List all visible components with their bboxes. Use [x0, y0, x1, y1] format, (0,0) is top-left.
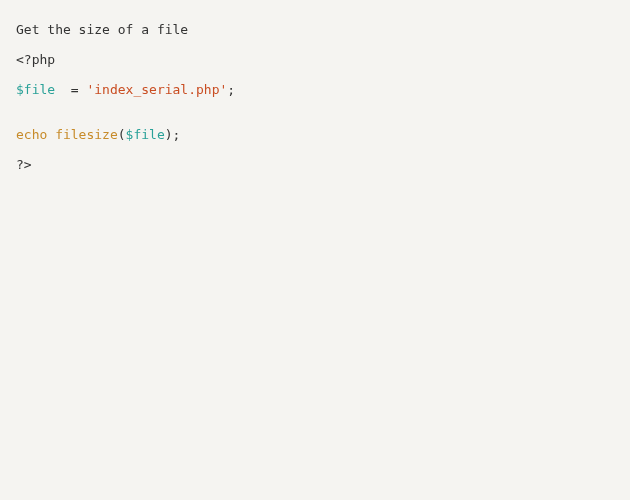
- semicolon: ;: [227, 82, 235, 97]
- variable-file: $file: [16, 82, 55, 97]
- code-line-3: $file = 'index_serial.php';: [16, 82, 614, 97]
- assign-operator: =: [71, 82, 79, 97]
- semicolon: ;: [173, 127, 181, 142]
- code-line-5: echo filesize($file);: [16, 127, 614, 142]
- comment-text: Get the size of a file: [16, 22, 188, 37]
- variable-file-arg: $file: [126, 127, 165, 142]
- code-block: Get the size of a file <?php $file = 'in…: [0, 0, 630, 194]
- whitespace: [47, 127, 55, 142]
- whitespace: [55, 82, 71, 97]
- code-line-1: Get the size of a file: [16, 22, 614, 37]
- string-literal: 'index_serial.php': [86, 82, 227, 97]
- php-close-tag: ?>: [16, 157, 32, 172]
- code-line-2: <?php: [16, 52, 614, 67]
- keyword-echo: echo: [16, 127, 47, 142]
- php-open-tag: <?php: [16, 52, 55, 67]
- code-line-6: ?>: [16, 157, 614, 172]
- paren-open: (: [118, 127, 126, 142]
- paren-close: ): [165, 127, 173, 142]
- function-filesize: filesize: [55, 127, 118, 142]
